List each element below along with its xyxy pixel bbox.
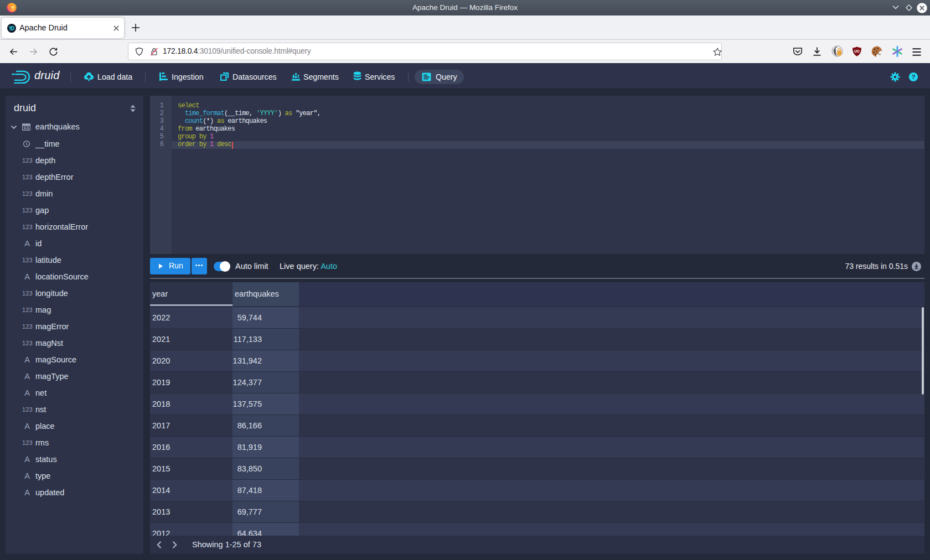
svg-text:?: ? xyxy=(911,73,915,80)
svg-text:UO: UO xyxy=(854,49,860,53)
